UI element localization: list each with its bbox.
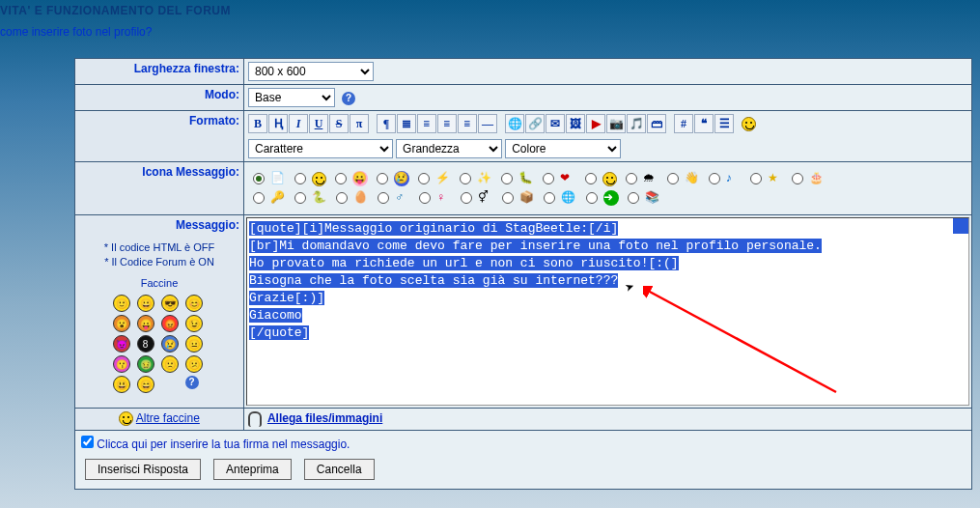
wand-icon: 🔑 <box>270 190 286 206</box>
smiley-button[interactable] <box>742 117 756 131</box>
faccine-label: Faccine <box>79 277 239 289</box>
face-laugh[interactable]: 😄 <box>137 376 154 393</box>
face-frown[interactable]: 🙁 <box>161 355 179 373</box>
color-select[interactable]: Colore <box>505 139 621 158</box>
face-kiss[interactable]: 😗 <box>113 355 130 373</box>
font-select[interactable]: Carattere <box>248 139 393 158</box>
label-message: Messaggio: <box>79 218 239 232</box>
icon-radio[interactable] <box>792 173 803 184</box>
icon-radio[interactable] <box>377 173 388 184</box>
icon-radio[interactable] <box>543 173 554 184</box>
face-wink[interactable]: 😉 <box>185 315 203 332</box>
icon-radio[interactable] <box>253 173 265 184</box>
face-happy[interactable]: 😃 <box>113 376 130 393</box>
face-shock[interactable]: 😮 <box>113 315 130 332</box>
face-sick[interactable]: 🤢 <box>137 355 154 373</box>
para-button[interactable]: ¶ <box>377 114 396 133</box>
submit-button[interactable]: Inserisci Risposta <box>85 459 201 480</box>
face-tongue[interactable]: 😛 <box>137 315 154 332</box>
audio-button[interactable]: 🎵 <box>627 114 646 133</box>
face-confused[interactable]: 😕 <box>185 355 203 373</box>
more-emoticons-link[interactable]: Altre faccine <box>136 411 200 425</box>
email-button[interactable]: ✉ <box>546 114 565 133</box>
star-icon: ✨ <box>477 171 492 186</box>
icon-radio[interactable] <box>626 173 637 184</box>
globe-icon: 🌐 <box>561 190 576 206</box>
icon-radio[interactable] <box>501 173 513 184</box>
star2-icon: ★ <box>768 171 783 186</box>
icon-radio[interactable] <box>586 192 598 204</box>
icon-radio[interactable] <box>709 173 720 184</box>
size-select[interactable]: Grandezza <box>396 139 502 158</box>
face-sad[interactable]: 😢 <box>161 335 179 353</box>
icon-radio[interactable] <box>460 173 471 184</box>
signature-checkbox[interactable] <box>81 436 94 448</box>
web-button[interactable]: 🌐 <box>505 114 524 133</box>
face-neutral[interactable]: 😐 <box>185 335 203 353</box>
icon-radio[interactable] <box>294 192 306 204</box>
attach-files-link[interactable]: Allega files/immagini <box>267 411 382 425</box>
face-grin[interactable]: 😀 <box>137 295 154 312</box>
quote-button[interactable]: ❝ <box>694 114 714 133</box>
list-button[interactable]: ☰ <box>714 114 734 133</box>
icon-radio[interactable] <box>461 192 472 204</box>
align-left-button[interactable]: ≣ <box>397 114 416 133</box>
image-button[interactable]: 🖼 <box>566 114 585 133</box>
align-center-button[interactable]: ≡ <box>417 114 436 133</box>
icon-radio[interactable] <box>253 192 265 204</box>
underline-button[interactable]: U <box>309 114 328 133</box>
hash-button[interactable]: # <box>674 114 693 133</box>
message-textarea[interactable]: [quote][i]Messaggio originario di StagBe… <box>246 217 969 406</box>
bold-button[interactable]: B <box>248 114 267 133</box>
face-8ball[interactable]: 8 <box>137 335 154 353</box>
scroll-handle[interactable] <box>953 218 968 234</box>
icon-radio[interactable] <box>667 173 679 184</box>
wave-icon: 👋 <box>685 171 700 186</box>
face-smile[interactable]: 🙂 <box>113 295 130 312</box>
icon-radio[interactable] <box>335 173 347 184</box>
window-width-select[interactable]: 800 x 600 <box>248 62 374 81</box>
heading-button[interactable]: Ⱨ <box>268 114 288 133</box>
icon-radio[interactable] <box>418 173 430 184</box>
face-cool[interactable]: 😎 <box>161 295 179 312</box>
emoticon-grid: 🙂 😀 😎 😊 😮 😛 😡 😉 😈 8 😢 😐 😗 🤢 🙁 😕 <box>79 295 239 393</box>
egg-icon: 🥚 <box>353 190 369 206</box>
file-button[interactable]: 🗃 <box>647 114 666 133</box>
heart-icon: ❤ <box>560 171 575 186</box>
label-mode: Modo: <box>75 85 244 111</box>
media-button[interactable]: 📷 <box>606 114 626 133</box>
icon-radio[interactable] <box>628 192 639 204</box>
faccine-help-icon[interactable]: ? <box>185 376 199 389</box>
help-icon[interactable]: ? <box>342 92 355 105</box>
align-justify-button[interactable]: ≡ <box>458 114 477 133</box>
topic-title[interactable]: come inserire foto nel profilo? <box>0 25 980 39</box>
icon-radio[interactable] <box>378 192 389 204</box>
align-right-button[interactable]: ≡ <box>437 114 457 133</box>
icon-radio[interactable] <box>294 173 306 184</box>
music-icon: ♪ <box>726 171 742 186</box>
icon-radio[interactable] <box>544 192 555 204</box>
preview-button[interactable]: Anteprima <box>213 459 292 480</box>
mode-select[interactable]: Base <box>248 88 335 107</box>
icon-radio[interactable] <box>336 192 348 204</box>
face-blush[interactable]: 😊 <box>185 295 203 312</box>
icon-radio[interactable] <box>502 192 514 204</box>
icon-radio[interactable] <box>750 173 762 184</box>
icon-radio[interactable] <box>419 192 431 204</box>
italic-button[interactable]: I <box>289 114 308 133</box>
symbol-button[interactable]: π <box>350 114 369 133</box>
strike-button[interactable]: S <box>329 114 349 133</box>
icon-radio[interactable] <box>585 173 597 184</box>
smiley-icon <box>119 411 133 426</box>
face-angry[interactable]: 😡 <box>161 315 179 332</box>
arrow-icon: ➜ <box>603 190 619 206</box>
cancel-button[interactable]: Cancella <box>304 459 375 480</box>
editor-form-table: Larghezza finestra: 800 x 600 Modo: Base… <box>74 58 972 490</box>
link-button[interactable]: 🔗 <box>525 114 545 133</box>
face-evil[interactable]: 😈 <box>113 335 130 353</box>
hr-button[interactable]: — <box>478 114 497 133</box>
forumcode-status: * Il Codice Forum è ON <box>79 256 239 268</box>
male-icon: ♂ <box>395 190 410 206</box>
box-icon: 📦 <box>519 190 535 206</box>
youtube-button[interactable]: ▶ <box>586 114 605 133</box>
